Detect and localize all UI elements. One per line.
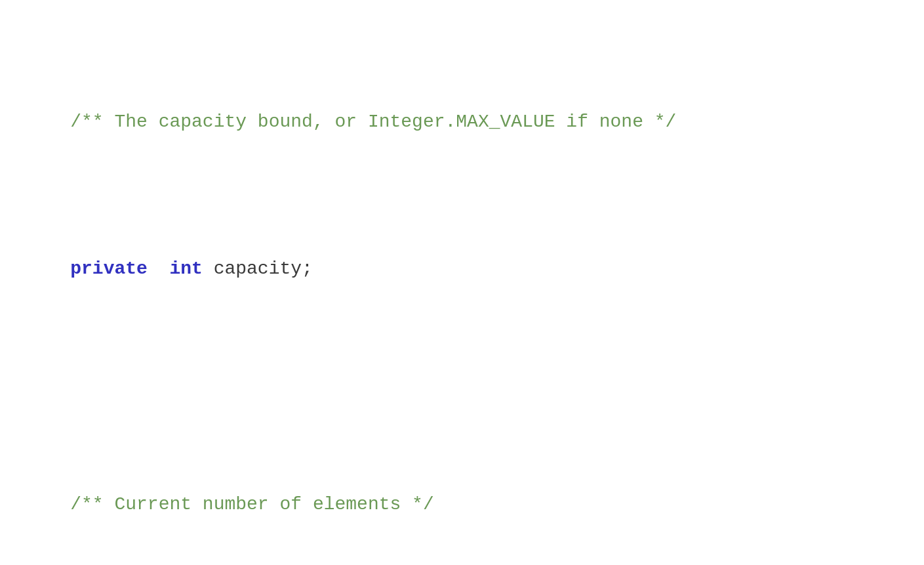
code-block: /** The capacity bound, or Integer.MAX_V…	[26, 20, 898, 565]
code-line-3	[26, 373, 898, 402]
code-line-1: /** The capacity bound, or Integer.MAX_V…	[26, 79, 898, 167]
identifier-capacity-1: capacity;	[214, 259, 313, 279]
comment-2: /** Current number of elements */	[70, 494, 434, 514]
comment-1: /** The capacity bound, or Integer.MAX_V…	[70, 112, 676, 132]
type-int-1: int	[159, 259, 214, 279]
keyword-private-1: private	[70, 259, 158, 279]
code-line-4: /** Current number of elements */	[26, 461, 898, 549]
code-line-2: private int capacity;	[26, 226, 898, 314]
